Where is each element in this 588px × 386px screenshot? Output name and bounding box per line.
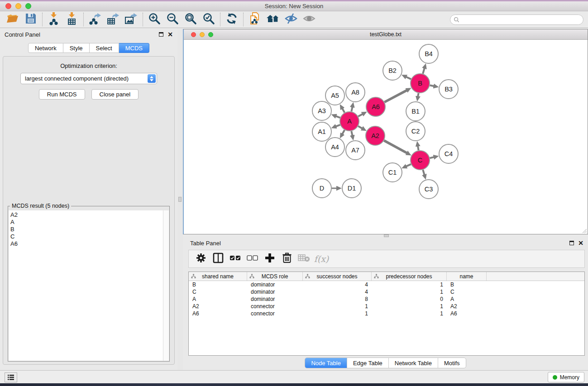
cell-successor-nodes[interactable]: 1 <box>303 310 372 317</box>
graph-node-A8[interactable]: A8 <box>346 83 365 102</box>
graph-node-C4[interactable]: C4 <box>439 144 458 163</box>
graph-node-A1[interactable]: A1 <box>312 122 331 141</box>
close-window-button[interactable] <box>5 3 11 9</box>
cell-successor-nodes[interactable]: 8 <box>303 295 372 303</box>
cell-predecessor-nodes[interactable]: 1 <box>372 303 447 310</box>
optimization-criterion-dropdown[interactable]: largest connected component (directed) <box>20 73 157 84</box>
cell-shared-name[interactable]: A6 <box>189 310 247 317</box>
cell-shared-name[interactable]: A2 <box>189 303 247 310</box>
minimize-window-button[interactable] <box>15 3 21 9</box>
cell-MCDS-role[interactable]: dominator <box>247 295 303 303</box>
result-item[interactable]: A6 <box>9 240 163 248</box>
run-mcds-button[interactable]: Run MCDS <box>39 89 85 100</box>
edge-B-B1[interactable] <box>418 93 418 97</box>
graph-node-B4[interactable]: B4 <box>419 44 438 63</box>
mcds-result-list[interactable]: A2ABCA6 <box>9 210 169 361</box>
column-header-successor-nodes[interactable]: successor nodes <box>303 272 372 281</box>
graph-node-A5[interactable]: A5 <box>325 86 344 105</box>
graph-node-B3[interactable]: B3 <box>439 80 458 99</box>
tab-node-table[interactable]: Node Table <box>305 358 347 368</box>
cell-shared-name[interactable]: A <box>189 295 247 303</box>
zoom-fit-button[interactable] <box>182 12 200 27</box>
tab-mcds[interactable]: MCDS <box>119 43 149 53</box>
cell-predecessor-nodes[interactable]: 1 <box>372 281 447 288</box>
network-window-titlebar[interactable]: testGlobe.txt <box>184 29 588 40</box>
network-close-button[interactable] <box>191 32 196 37</box>
result-item[interactable]: B <box>9 226 163 233</box>
float-table-panel-icon[interactable] <box>569 241 574 245</box>
search-input[interactable] <box>459 15 583 24</box>
graph-node-C3[interactable]: C3 <box>419 180 438 199</box>
node-table[interactable]: shared nameMCDS rolesuccessor nodesprede… <box>188 272 585 356</box>
columns-button[interactable] <box>210 252 226 266</box>
edge-A-A2[interactable] <box>358 126 362 129</box>
graph-node-A4[interactable]: A4 <box>325 138 344 157</box>
edge-C-C1[interactable] <box>406 164 411 167</box>
column-header-name[interactable]: name <box>447 272 487 281</box>
import-table-button[interactable] <box>63 12 81 27</box>
search-field[interactable] <box>450 14 583 25</box>
cell-successor-nodes[interactable]: 4 <box>303 288 372 295</box>
table-row[interactable]: Cdominator41C <box>189 288 584 295</box>
tab-select[interactable]: Select <box>90 43 119 53</box>
tab-network[interactable]: Network <box>28 43 63 53</box>
edge-B-B3[interactable] <box>430 85 434 86</box>
zoom-selected-button[interactable] <box>200 12 218 27</box>
graph-node-A6[interactable]: A6 <box>366 97 385 116</box>
delete-button[interactable] <box>279 252 295 266</box>
edge-B-B2[interactable] <box>406 77 411 79</box>
edge-A6-B[interactable] <box>384 90 406 102</box>
table-row[interactable]: A2connector11A2 <box>189 303 584 310</box>
cell-MCDS-role[interactable]: connector <box>247 310 303 317</box>
import-network-button[interactable] <box>45 12 63 27</box>
graph-node-A[interactable]: A <box>340 112 359 131</box>
table-row[interactable]: A6connector11A6 <box>189 310 584 317</box>
graph-node-B2[interactable]: B2 <box>383 61 402 80</box>
show-details-button[interactable] <box>300 12 318 27</box>
edge-A-A3[interactable] <box>336 116 340 118</box>
tab-edge-table[interactable]: Edge Table <box>347 358 388 368</box>
graph-node-A7[interactable]: A7 <box>346 141 365 160</box>
edge-A-A7[interactable] <box>351 131 352 136</box>
edge-A-A5[interactable] <box>342 109 344 113</box>
network-from-selection-button[interactable] <box>246 12 264 27</box>
vertical-split-handle[interactable] <box>178 197 182 202</box>
open-button[interactable] <box>4 12 22 27</box>
cell-name[interactable]: A <box>447 295 487 303</box>
float-panel-icon[interactable] <box>159 32 163 37</box>
graph-node-D[interactable]: D <box>312 179 331 198</box>
network-zoom-button[interactable] <box>208 32 213 37</box>
cell-name[interactable]: C <box>447 288 487 295</box>
graph-node-B[interactable]: B <box>411 74 430 93</box>
select-all-button[interactable] <box>228 252 243 266</box>
result-item[interactable]: A <box>9 219 163 226</box>
zoom-out-button[interactable] <box>163 12 182 27</box>
cell-MCDS-role[interactable]: connector <box>247 303 303 310</box>
deselect-all-button[interactable] <box>245 252 260 266</box>
graph-node-D1[interactable]: D1 <box>342 179 361 198</box>
edge-A2-C[interactable] <box>384 141 407 153</box>
cell-MCDS-role[interactable]: dominator <box>247 281 303 288</box>
zoom-in-button[interactable] <box>145 12 163 27</box>
add-button[interactable] <box>262 252 277 266</box>
gear-button[interactable] <box>193 252 209 266</box>
show-all-networks-button[interactable] <box>264 12 282 27</box>
graph-node-A2[interactable]: A2 <box>366 126 385 145</box>
network-graph[interactable]: AA1A2A3A4A5A6A7A8BB1B2B3B4CC1C2C3C4DD1 <box>184 40 587 234</box>
cell-predecessor-nodes[interactable]: 1 <box>372 310 447 317</box>
close-table-panel-icon[interactable]: ✕ <box>578 241 583 245</box>
network-canvas[interactable]: AA1A2A3A4A5A6A7A8BB1B2B3B4CC1C2C3C4DD1 <box>184 40 588 234</box>
tab-style[interactable]: Style <box>63 43 90 53</box>
close-panel-icon[interactable]: ✕ <box>167 32 173 37</box>
refresh-button[interactable] <box>223 12 241 27</box>
cell-shared-name[interactable]: B <box>189 281 247 288</box>
graph-node-A3[interactable]: A3 <box>312 101 331 120</box>
graph-node-C1[interactable]: C1 <box>383 163 402 182</box>
session-titlebar[interactable]: Session: New Session <box>0 1 588 11</box>
graph-node-C2[interactable]: C2 <box>406 122 425 141</box>
graph-node-C[interactable]: C <box>411 151 430 170</box>
column-header-shared-name[interactable]: shared name <box>189 272 247 281</box>
edge-A-A6[interactable] <box>358 114 363 116</box>
export-network-button[interactable] <box>86 12 104 27</box>
cell-successor-nodes[interactable]: 1 <box>303 303 372 310</box>
